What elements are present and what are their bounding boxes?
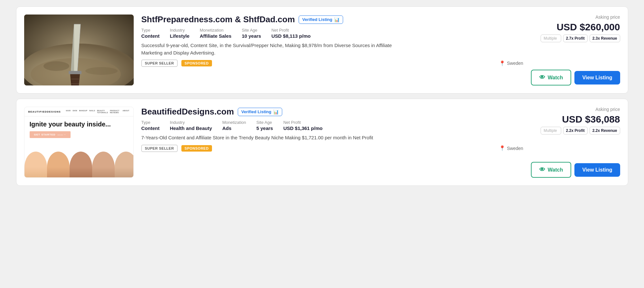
view-listing-button[interactable]: View Listing	[574, 163, 620, 177]
meta-net-profit: Net Profit USD $1,361 p/mo	[283, 120, 322, 131]
location-pin-icon: 📍	[499, 60, 505, 66]
watch-label: Watch	[548, 167, 563, 173]
monetization-value: Ads	[222, 125, 246, 131]
meta-monetization: Monetization Affiliate Sales	[200, 28, 231, 39]
listing-title-row: BeautifiedDesigns.com Verified Listing 📊	[141, 107, 524, 117]
type-label: Type	[141, 28, 160, 33]
meta-type: Type Content	[141, 28, 160, 39]
multiple-badge-revenue: 2.2x Revenue	[590, 127, 620, 134]
listing-title: ShtfPreparedness.com & ShtfDad.com	[141, 15, 295, 25]
eye-icon: 👁	[539, 74, 545, 81]
beauty-women-image	[24, 148, 133, 177]
site-age-label: Site Age	[242, 28, 261, 33]
woman-2	[47, 152, 70, 177]
sponsored-badge: SPONSORED	[181, 145, 212, 152]
meta-site-age: Site Age 10 years	[242, 28, 261, 39]
beauty-nav-item: HAIR	[66, 110, 71, 114]
svg-point-8	[43, 61, 69, 71]
industry-label: Industry	[170, 28, 189, 33]
listing-title: BeautifiedDesigns.com	[141, 107, 234, 117]
type-label: Type	[141, 120, 160, 125]
bar-chart-icon: 📊	[273, 109, 279, 114]
verified-badge: Verified Listing 📊	[238, 108, 282, 116]
verified-badge: Verified Listing 📊	[299, 15, 343, 24]
svg-point-9	[85, 67, 118, 75]
monetization-label: Monetization	[200, 28, 231, 33]
arrow-icon: ——→	[57, 133, 66, 136]
industry-value: Lifestyle	[170, 33, 189, 39]
multiple-label: Multiple	[543, 128, 557, 133]
location-text: Sweden	[507, 61, 523, 66]
action-buttons: 👁 Watch View Listing	[531, 162, 620, 178]
view-listing-label: View Listing	[582, 167, 612, 173]
verified-label: Verified Listing	[302, 17, 332, 22]
beauty-content: Ignite your beauty inside... GET STARTED…	[24, 116, 116, 148]
listing-meta: Type Content Industry Health and Beauty …	[141, 120, 524, 131]
meta-industry: Industry Lifestyle	[170, 28, 189, 39]
listing-location: 📍 Sweden	[499, 145, 523, 151]
location-text: Sweden	[507, 146, 523, 151]
multiple-badge-label: Multiple	[541, 35, 561, 42]
meta-site-age: Site Age 5 years	[256, 120, 273, 131]
watch-label: Watch	[548, 75, 563, 81]
asking-price-label: Asking price	[595, 15, 620, 20]
price-section: Asking price USD $260,000 Multiple 2.7x …	[541, 15, 620, 42]
meta-net-profit: Net Profit USD $8,113 p/mo	[271, 28, 311, 39]
watch-button[interactable]: 👁 Watch	[531, 162, 571, 178]
industry-value: Health and Beauty	[170, 125, 212, 131]
beauty-nav-item: MAKEUP	[79, 110, 88, 114]
listing-right-2: Asking price USD $36,088 Multiple 2.2x P…	[531, 107, 620, 178]
view-listing-button[interactable]: View Listing	[574, 71, 620, 84]
multiple-badge-revenue: 2.3x Revenue	[590, 35, 620, 42]
net-profit-value: USD $8,113 p/mo	[271, 33, 311, 39]
beauty-nav: HAIRSKINMAKEUPNAILSBEAUTY TUTORIALSPRODU…	[66, 110, 130, 114]
multiple-badge-profit: 2.2x Profit	[563, 127, 588, 134]
action-buttons: 👁 Watch View Listing	[531, 70, 620, 85]
type-value: Content	[141, 33, 160, 39]
multiple-badge-profit: 2.7x Profit	[563, 35, 588, 42]
woman-5	[115, 152, 133, 177]
listing-title-row: ShtfPreparedness.com & ShtfDad.com Verif…	[141, 15, 524, 25]
location-pin-icon: 📍	[499, 145, 505, 151]
net-profit-value: USD $1,361 p/mo	[283, 125, 322, 131]
site-age-value: 5 years	[256, 125, 273, 131]
listing-image-knife	[24, 15, 134, 85]
beauty-header: BEAUTIFIEDDESIGNS HAIRSKINMAKEUPNAILSBEA…	[24, 107, 133, 116]
beauty-cta-label: GET STARTED	[34, 133, 56, 136]
super-seller-badge: SUPER SELLER	[141, 145, 178, 152]
industry-label: Industry	[170, 120, 212, 125]
woman-3	[70, 152, 92, 177]
multiple-badges: Multiple 2.2x Profit 2.2x Revenue	[541, 127, 620, 134]
listing-card-1: ShtfPreparedness.com & ShtfDad.com Verif…	[16, 6, 628, 94]
listing-content-1: ShtfPreparedness.com & ShtfDad.com Verif…	[141, 15, 524, 85]
beauty-nav-item: PRODUCT REVIEWS	[110, 110, 120, 114]
meta-monetization: Monetization Ads	[222, 120, 246, 131]
listing-meta: Type Content Industry Lifestyle Monetiza…	[141, 28, 524, 39]
woman-4	[92, 152, 115, 177]
asking-price-value: USD $260,000	[557, 22, 620, 33]
multiple-label: Multiple	[543, 36, 557, 41]
net-profit-label: Net Profit	[283, 120, 322, 125]
profit-multiple-value: 2.7x Profit	[566, 36, 585, 41]
listing-footer: SUPER SELLER SPONSORED 📍 Sweden	[141, 145, 524, 152]
revenue-multiple-value: 2.2x Revenue	[592, 128, 617, 133]
listing-description: 7-Years-Old Content and Affiliate Store …	[141, 134, 393, 142]
multiple-badges: Multiple 2.7x Profit 2.3x Revenue	[541, 35, 620, 42]
view-listing-label: View Listing	[582, 75, 612, 80]
price-section: Asking price USD $36,088 Multiple 2.2x P…	[541, 107, 620, 134]
multiple-badge-label: Multiple	[541, 127, 561, 134]
beauty-nav-item: ABOUT	[122, 110, 129, 114]
beauty-nav-item: SKIN	[72, 110, 77, 114]
beauty-headline: Ignite your beauty inside...	[30, 120, 111, 128]
verified-label: Verified Listing	[241, 109, 271, 114]
listing-card-2: BEAUTIFIEDDESIGNS HAIRSKINMAKEUPNAILSBEA…	[16, 99, 628, 186]
watch-button[interactable]: 👁 Watch	[531, 70, 571, 85]
monetization-label: Monetization	[222, 120, 246, 125]
sponsored-badge: SPONSORED	[181, 60, 212, 66]
site-age-value: 10 years	[242, 33, 261, 39]
beauty-cta-button[interactable]: GET STARTED ——→	[30, 131, 71, 138]
listing-content-2: BeautifiedDesigns.com Verified Listing 📊…	[141, 107, 524, 178]
profit-multiple-value: 2.2x Profit	[566, 128, 585, 133]
net-profit-label: Net Profit	[271, 28, 311, 33]
listings-container: ShtfPreparedness.com & ShtfDad.com Verif…	[16, 6, 628, 186]
